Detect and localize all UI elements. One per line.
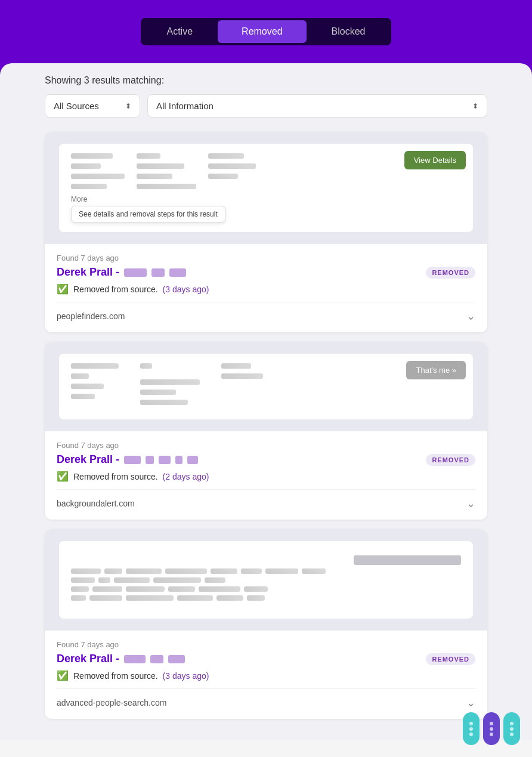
name-blur-3 <box>169 268 186 277</box>
result-card-3: Found 7 days ago Derek Prall - REMOVED ✅… <box>45 529 487 719</box>
filters-row: All Sources ⬍ All Information ⬍ <box>45 94 487 118</box>
tab-bar: Active Removed Blocked <box>141 18 392 45</box>
b3-19 <box>244 586 268 592</box>
blur-2-4 <box>71 394 95 399</box>
result-card-1: View Details <box>45 132 487 332</box>
removed-status-2: ✅ Removed from source. (2 days ago) <box>57 471 475 482</box>
tab-blocked[interactable]: Blocked <box>308 20 389 43</box>
more-link-1[interactable]: More <box>71 195 461 203</box>
result-header-row-2: Derek Prall - REMOVED <box>57 453 475 466</box>
preview-content-3 <box>59 541 473 619</box>
source-row-1[interactable]: peoplefinders.com ⌄ <box>57 302 475 323</box>
blur-2-9 <box>221 363 251 369</box>
floating-widget[interactable] <box>463 712 520 745</box>
blur-11 <box>208 174 238 179</box>
days-ago-1: (3 days ago) <box>163 285 209 294</box>
preview-blur-row-4 <box>71 595 461 601</box>
name-blur-2-2 <box>146 456 154 464</box>
name-blur-2 <box>151 268 165 277</box>
found-label-1: Found 7 days ago <box>57 254 475 262</box>
source-row-3[interactable]: advanced-people-search.com ⌄ <box>57 688 475 709</box>
b3-14 <box>71 586 89 592</box>
preview-content-1: View Details <box>59 144 473 232</box>
b3-20 <box>71 595 86 601</box>
expand-icon-3[interactable]: ⌄ <box>466 696 475 709</box>
b3-16 <box>126 586 165 592</box>
blur-6 <box>137 163 184 169</box>
blur-3-top <box>354 555 461 565</box>
tab-removed[interactable]: Removed <box>218 20 306 43</box>
blur-2-3 <box>71 384 104 389</box>
widget-dot-5 <box>490 727 493 731</box>
result-preview-3 <box>45 529 487 631</box>
blur-2-6 <box>140 379 200 385</box>
view-details-button-1[interactable]: View Details <box>404 151 466 169</box>
result-header-row-3: Derek Prall - REMOVED <box>57 653 475 665</box>
expand-icon-2[interactable]: ⌄ <box>466 497 475 510</box>
removed-badge-3: REMOVED <box>426 653 475 665</box>
person-name-2: Derek Prall - <box>57 453 198 466</box>
result-preview-1: View Details <box>45 132 487 244</box>
removed-badge-2: REMOVED <box>426 454 475 466</box>
source-name-1: peoplefinders.com <box>57 311 125 321</box>
b3-5 <box>211 568 237 574</box>
name-blur-3-1 <box>124 655 146 663</box>
b3-23 <box>177 595 213 601</box>
preview-col-1b <box>137 153 196 189</box>
preview-blurs-3 <box>71 551 461 601</box>
blur-2-7 <box>140 390 176 395</box>
name-blur-3-2 <box>150 655 163 663</box>
widget-dot-6 <box>490 733 493 736</box>
blur-7 <box>137 174 172 179</box>
blur-2-10 <box>221 373 263 379</box>
source-filter-chevron: ⬍ <box>125 102 131 110</box>
source-filter-label: All Sources <box>54 101 99 111</box>
preview-col-2b <box>140 363 200 405</box>
widget-pill-purple[interactable] <box>483 712 500 745</box>
b3-4 <box>165 568 207 574</box>
blur-3 <box>71 174 125 179</box>
tab-active[interactable]: Active <box>143 20 217 43</box>
b3-10 <box>98 577 110 583</box>
widget-dot-1 <box>469 722 473 725</box>
preview-blur-row-2 <box>71 577 461 583</box>
results-label: Showing 3 results matching: <box>45 75 487 86</box>
blur-2-8 <box>140 400 188 405</box>
content-section: Showing 3 results matching: All Sources … <box>0 63 532 740</box>
source-filter[interactable]: All Sources ⬍ <box>45 94 140 118</box>
check-icon-1: ✅ <box>57 283 69 295</box>
blur-5 <box>137 153 160 159</box>
result-info-3: Found 7 days ago Derek Prall - REMOVED ✅… <box>45 631 487 719</box>
preview-col-1a <box>71 153 125 189</box>
removed-text-1: Removed from source. <box>73 285 158 294</box>
source-row-2[interactable]: backgroundalert.com ⌄ <box>57 489 475 510</box>
info-filter-label: All Information <box>156 101 214 111</box>
widget-pill-teal-2[interactable] <box>503 712 520 745</box>
found-label-2: Found 7 days ago <box>57 441 475 450</box>
b3-6 <box>241 568 262 574</box>
person-name-1: Derek Prall - <box>57 266 186 279</box>
tooltip-1: See details and removal steps for this r… <box>71 206 225 223</box>
result-card-2: That's me » <box>45 342 487 520</box>
b3-13 <box>205 577 225 583</box>
preview-row-1a <box>71 153 461 189</box>
b3-12 <box>153 577 201 583</box>
widget-dot-4 <box>490 722 493 725</box>
preview-col-1c <box>208 153 256 189</box>
source-name-3: advanced-people-search.com <box>57 698 166 707</box>
b3-1 <box>71 568 101 574</box>
thats-me-button-2[interactable]: That's me » <box>406 361 466 379</box>
widget-pill-teal[interactable] <box>463 712 480 745</box>
blur-9 <box>208 153 244 159</box>
result-info-1: Found 7 days ago Derek Prall - REMOVED ✅… <box>45 244 487 332</box>
days-ago-3: (3 days ago) <box>163 671 209 681</box>
blur-2 <box>71 163 101 169</box>
result-preview-2: That's me » <box>45 342 487 431</box>
person-name-text-1: Derek Prall - <box>57 266 119 279</box>
b3-15 <box>92 586 122 592</box>
expand-icon-1[interactable]: ⌄ <box>466 310 475 323</box>
info-filter[interactable]: All Information ⬍ <box>147 94 487 118</box>
blur-2-2 <box>71 373 89 379</box>
blur-1 <box>71 153 113 159</box>
check-icon-3: ✅ <box>57 670 69 681</box>
